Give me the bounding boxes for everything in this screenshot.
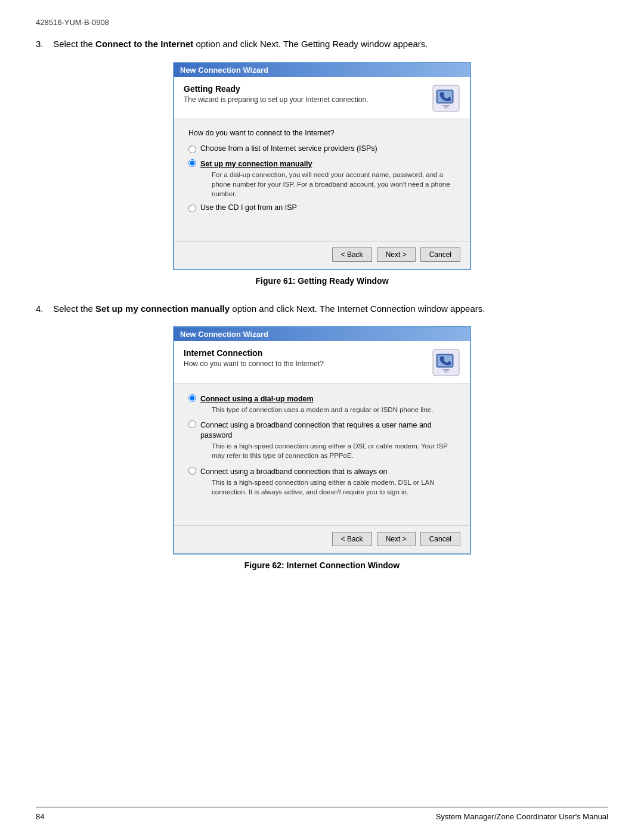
wizard61-header-text: Getting Ready The wizard is preparing to… [184, 84, 426, 104]
wizard62-title-bar: New Connection Wizard [174, 327, 470, 341]
wizard61-desc2: For a dial-up connection, you will need … [212, 170, 456, 199]
wizard61-header: Getting Ready The wizard is preparing to… [174, 77, 470, 119]
step3-bold1: Connect to the Internet [95, 39, 193, 49]
wizard61-body: How do you want to connect to the Intern… [174, 119, 470, 223]
wizard62-header-title: Internet Connection [184, 348, 426, 358]
wizard61-radio3[interactable] [188, 205, 196, 212]
wizard61-radio2[interactable] [188, 159, 196, 167]
wizard62-radio2[interactable] [188, 420, 196, 428]
wizard61-radio1[interactable] [188, 145, 196, 153]
svg-rect-9 [442, 369, 450, 370]
wizard61-question: How do you want to connect to the Intern… [188, 129, 456, 137]
wizard61-label1: Choose from a list of Internet service p… [200, 144, 377, 153]
page-number: 84 [36, 812, 44, 821]
wizard62-option2[interactable]: Connect using a broadband connection tha… [188, 419, 456, 460]
wizard61-header-title: Getting Ready [184, 84, 426, 94]
wizard62-next-button[interactable]: Next > [377, 532, 416, 546]
wizard61-label2: Set up my connection manually [200, 160, 312, 168]
step4-number: 4. [36, 304, 44, 314]
wizard62-header-text: Internet Connection How do you want to c… [184, 348, 426, 368]
figure62-wizard: New Connection Wizard Internet Connectio… [173, 326, 471, 554]
figure62-caption: Figure 62: Internet Connection Window [36, 561, 608, 570]
wizard62-label2: Connect using a broadband connection tha… [200, 421, 432, 439]
wizard62-desc1: This type of connection uses a modem and… [212, 405, 433, 414]
step3-number: 3. [36, 39, 44, 49]
wizard62-cancel-button[interactable]: Cancel [420, 532, 460, 546]
step4-text-before: Select the [53, 304, 95, 314]
svg-rect-4 [442, 105, 450, 106]
step3-text-mid: option and click Next. The Getting Ready… [193, 39, 428, 49]
wizard62-radio3[interactable] [188, 467, 196, 475]
wizard62-desc2: This is a high-speed connection using ei… [212, 441, 456, 460]
wizard62-label3: Connect using a broadband connection tha… [200, 467, 387, 476]
wizard61-title-bar: New Connection Wizard [174, 63, 470, 77]
wizard61-footer: < Back Next > Cancel [174, 241, 470, 269]
figure61-wizard: New Connection Wizard Getting Ready The … [173, 62, 471, 270]
step3-text-before: Select the [53, 39, 95, 49]
wizard62-body: Connect using a dial-up modem This type … [174, 383, 470, 507]
wizard62-back-button[interactable]: < Back [332, 532, 372, 546]
step4-text: 4. Select the Set up my connection manua… [36, 302, 608, 316]
wizard61-back-button[interactable]: < Back [332, 247, 372, 262]
wizard61-label3: Use the CD I got from an ISP [200, 203, 297, 212]
wizard62-option3[interactable]: Connect using a broadband connection tha… [188, 466, 456, 497]
wizard61-cancel-button[interactable]: Cancel [420, 247, 460, 262]
step4-text-mid: option and click Next. The Internet Conn… [230, 304, 485, 314]
step4-bold1: Set up my connection manually [95, 304, 230, 314]
doc-title: System Manager/Zone Coordinator User's M… [436, 812, 608, 821]
wizard61-next-button[interactable]: Next > [377, 247, 416, 262]
wizard62-header: Internet Connection How do you want to c… [174, 341, 470, 383]
wizard61-phone-icon [432, 84, 460, 113]
wizard61-option3[interactable]: Use the CD I got from an ISP [188, 203, 456, 212]
wizard61-option2[interactable]: Set up my connection manually For a dial… [188, 158, 456, 199]
wizard61-option1[interactable]: Choose from a list of Internet service p… [188, 144, 456, 153]
wizard62-header-subtitle: How do you want to connect to the Intern… [184, 360, 426, 368]
figure61-caption: Figure 61: Getting Ready Window [36, 276, 608, 286]
wizard62-phone-icon [432, 348, 460, 377]
step3-text: 3. Select the Connect to the Internet op… [36, 38, 608, 51]
wizard62-desc3: This is a high-speed connection using ei… [212, 478, 456, 497]
wizard61-header-subtitle: The wizard is preparing to set up your I… [184, 95, 426, 104]
wizard62-footer: < Back Next > Cancel [174, 525, 470, 553]
wizard62-radio1[interactable] [188, 394, 196, 402]
wizard62-label1: Connect using a dial-up modem [200, 395, 314, 403]
page-footer: 84 System Manager/Zone Coordinator User'… [36, 807, 608, 821]
document-id: 428516-YUM-B-0908 [36, 18, 608, 27]
wizard62-option1[interactable]: Connect using a dial-up modem This type … [188, 393, 456, 414]
